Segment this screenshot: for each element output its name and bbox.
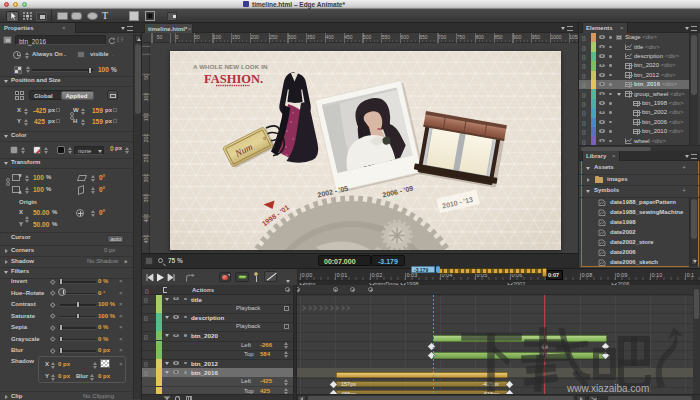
svg-text:FASHION.: FASHION. (204, 72, 263, 86)
svg-text:A WHOLE NEW LOOK IN: A WHOLE NEW LOOK IN (193, 62, 268, 69)
